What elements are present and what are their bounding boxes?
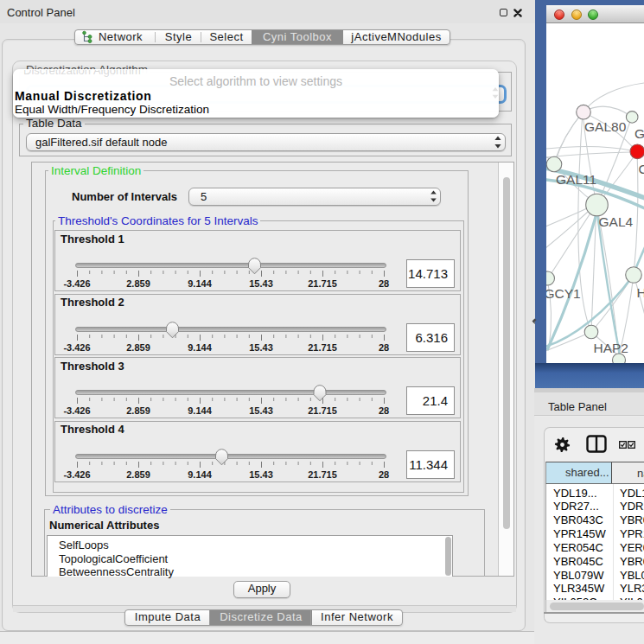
- svg-text:GAL80: GAL80: [584, 119, 627, 134]
- svg-text:GAL11: GAL11: [556, 172, 596, 187]
- svg-text:H: H: [637, 285, 644, 300]
- svg-text:C: C: [639, 162, 644, 176]
- svg-text:GCY1: GCY1: [546, 286, 581, 301]
- svg-text:GAL4: GAL4: [599, 214, 634, 229]
- svg-text:GA: GA: [634, 126, 644, 141]
- svg-text:HAP2: HAP2: [594, 341, 629, 355]
